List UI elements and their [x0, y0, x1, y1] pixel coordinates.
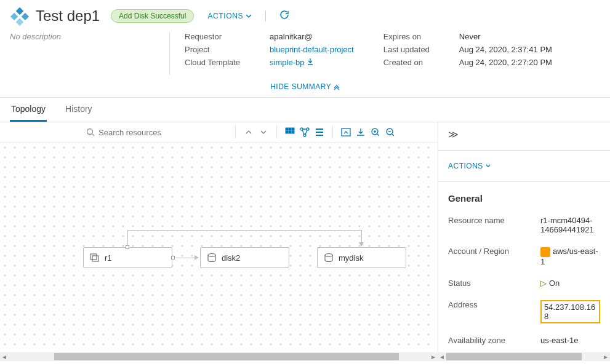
node-r1[interactable]: r1	[83, 247, 172, 268]
connector	[361, 230, 362, 243]
search-input[interactable]	[98, 128, 209, 137]
account-region-value: aws/us-east-1	[540, 247, 600, 266]
expires-value: Never	[459, 32, 552, 41]
refresh-button[interactable]	[279, 10, 289, 22]
nav-down-icon[interactable]	[258, 127, 269, 138]
svg-rect-4	[286, 131, 288, 133]
list-view-icon[interactable]	[314, 127, 325, 138]
node-port[interactable]	[171, 256, 175, 259]
status-value: ▷On	[540, 279, 560, 288]
svg-point-16	[325, 254, 332, 257]
created-value: Aug 24, 2020, 2:27:20 PM	[459, 58, 552, 67]
connector	[127, 230, 361, 231]
page-title: Test dep1	[36, 7, 100, 25]
aws-icon	[540, 247, 550, 257]
topology-canvas[interactable]: r1 disk2 mydisk	[0, 143, 438, 352]
hide-summary-toggle[interactable]: HIDE SUMMARY	[0, 75, 610, 97]
download-icon	[307, 58, 314, 65]
svg-rect-5	[289, 131, 291, 133]
topology-view-icon[interactable]	[299, 127, 310, 138]
deployment-icon	[10, 6, 30, 26]
node-label: r1	[105, 253, 112, 263]
scroll-left-arrow[interactable]: ◄	[0, 352, 9, 361]
divider	[265, 10, 266, 22]
address-label: Address	[448, 300, 540, 323]
svg-rect-3	[292, 128, 294, 130]
svg-point-0	[87, 129, 93, 135]
svg-rect-14	[92, 256, 98, 261]
details-panel: ≫ ACTIONS General Resource name r1-mcm40…	[438, 122, 610, 361]
resource-name-label: Resource name	[448, 216, 540, 234]
zoom-in-icon[interactable]	[370, 127, 381, 138]
project-link[interactable]: blueprint-default-project	[270, 45, 354, 54]
template-link[interactable]: simple-bp	[270, 58, 354, 67]
description-text: No description	[10, 32, 155, 41]
arrow-icon	[359, 242, 364, 247]
section-heading-general: General	[448, 187, 600, 210]
node-disk2[interactable]: disk2	[200, 247, 289, 268]
requestor-value: apalnitkar@	[270, 32, 354, 41]
power-on-icon: ▷	[540, 279, 547, 288]
nav-up-icon[interactable]	[243, 127, 254, 138]
svg-rect-1	[286, 128, 288, 130]
horizontal-scrollbar[interactable]: ◄ ►	[438, 352, 610, 361]
scroll-right-arrow[interactable]: ►	[429, 352, 438, 361]
scrollbar-thumb[interactable]	[54, 353, 399, 360]
account-region-label: Account / Region	[448, 247, 540, 266]
scrollbar-thumb[interactable]	[446, 353, 582, 360]
svg-rect-2	[289, 128, 291, 130]
updated-value: Aug 24, 2020, 2:37:41 PM	[459, 45, 552, 54]
actions-menu[interactable]: ACTIONS	[207, 12, 252, 20]
updated-label: Last updated	[383, 45, 430, 54]
fit-screen-icon[interactable]	[340, 127, 351, 138]
status-badge: Add Disk Successful	[111, 9, 194, 23]
resource-name-value: r1-mcm40494-146694441921	[540, 216, 600, 234]
tab-history[interactable]: History	[64, 98, 94, 122]
connector	[176, 258, 195, 258]
node-label: mydisk	[339, 253, 363, 263]
created-label: Created on	[383, 58, 430, 67]
divider	[332, 126, 333, 138]
divider	[169, 32, 170, 75]
tab-topology[interactable]: Topology	[10, 98, 47, 122]
project-label: Project	[185, 45, 240, 54]
svg-rect-6	[292, 131, 294, 133]
svg-point-15	[208, 254, 215, 257]
collapse-panel-button[interactable]: ≫	[448, 129, 600, 145]
zoom-out-icon[interactable]	[385, 127, 396, 138]
grid-view-icon[interactable]	[284, 127, 295, 138]
availability-zone-label: Availability zone	[448, 336, 540, 345]
node-label: disk2	[222, 253, 240, 263]
status-label: Status	[448, 279, 540, 288]
availability-zone-value: us-east-1e	[540, 336, 578, 345]
scroll-right-arrow[interactable]: ►	[601, 352, 610, 361]
svg-rect-10	[342, 129, 350, 136]
address-value: 54.237.108.168	[540, 300, 600, 323]
disk-icon	[207, 253, 217, 263]
requestor-label: Requestor	[185, 32, 240, 41]
scroll-left-arrow[interactable]: ◄	[438, 352, 446, 361]
node-mydisk[interactable]: mydisk	[317, 247, 406, 268]
disk-icon	[324, 253, 334, 263]
horizontal-scrollbar[interactable]: ◄ ►	[0, 352, 438, 361]
panel-actions-menu[interactable]: ACTIONS	[448, 156, 600, 176]
divider	[235, 126, 236, 138]
vm-icon	[90, 253, 100, 263]
arrow-icon	[195, 255, 199, 260]
expires-label: Expires on	[383, 32, 430, 41]
connector	[127, 230, 128, 246]
divider	[438, 181, 610, 182]
search-icon	[86, 128, 95, 136]
divider	[438, 150, 610, 151]
template-label: Cloud Template	[185, 58, 240, 67]
svg-rect-13	[90, 254, 97, 259]
divider	[276, 126, 277, 138]
download-canvas-icon[interactable]	[355, 127, 366, 138]
